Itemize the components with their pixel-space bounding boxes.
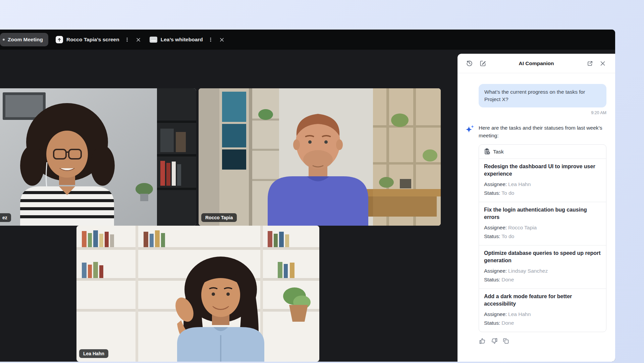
task-clipboard-icon — [484, 148, 490, 155]
tab-label: Rocco Tapia’s screen — [66, 37, 119, 43]
tab-rocco-screen[interactable]: Rocco Tapia’s screen — [56, 33, 142, 46]
video-feed — [0, 88, 196, 226]
tab-label: Zoom Meeting — [8, 37, 43, 43]
video-tile-participant1[interactable]: ez — [0, 88, 196, 226]
tab-close-icon[interactable] — [218, 36, 226, 43]
video-feed — [76, 226, 319, 362]
task-title: Fix the login authentication bug causing… — [484, 206, 601, 221]
tab-bar: Zoom Meeting Rocco Tapia’s screen — [0, 30, 615, 50]
assignee-label: Assignee: — [484, 225, 507, 230]
video-tile-lea[interactable]: Lea Hahn — [76, 226, 319, 362]
status-value: Done — [501, 277, 514, 282]
response-actions — [479, 337, 606, 345]
thumbs-up-icon[interactable] — [479, 337, 486, 345]
ai-companion-panel: AI Companion — [458, 54, 615, 362]
tab-lea-whiteboard[interactable]: Lea’s whiteboard — [150, 33, 226, 46]
task-card-title: Task — [493, 149, 504, 155]
assignee-value: Lea Hahn — [508, 311, 531, 317]
task-card: Task Redesign the dashboard UI to improv… — [479, 144, 606, 332]
tab-menu-icon[interactable] — [207, 36, 214, 43]
tab-menu-icon[interactable] — [123, 36, 131, 43]
copy-icon[interactable] — [502, 337, 509, 345]
assignee-value: Lindsay Sanchez — [508, 268, 548, 274]
screen: Zoom Meeting Rocco Tapia’s screen — [0, 0, 644, 363]
task-title: Optimize database queries to speed up re… — [484, 249, 601, 264]
video-tile-rocco[interactable]: Rocco Tapia — [199, 88, 441, 226]
status-label: Status: — [484, 190, 500, 196]
participant-name-label: Rocco Tapia — [201, 213, 237, 222]
chat-area: What’s the current progress on the tasks… — [458, 73, 615, 362]
video-feed — [199, 88, 441, 226]
ai-response-text: Here are the tasks and their statuses fr… — [479, 124, 606, 139]
zoom-meeting-window: Zoom Meeting Rocco Tapia’s screen — [0, 30, 615, 362]
screen-share-icon — [56, 36, 63, 43]
participant-name-label: ez — [0, 213, 11, 222]
assignee-label: Assignee: — [484, 311, 507, 317]
thumbs-down-icon[interactable] — [490, 337, 498, 345]
task-title: Redesign the dashboard UI to improve use… — [484, 163, 601, 178]
task-row: Fix the login authentication bug causing… — [479, 202, 606, 245]
assignee-value: Lea Hahn — [508, 181, 531, 187]
pop-out-icon[interactable] — [586, 60, 594, 67]
new-chat-icon[interactable] — [479, 60, 486, 67]
whiteboard-icon — [150, 37, 157, 43]
message-timestamp: 9:20 AM — [479, 110, 606, 115]
tab-close-icon[interactable] — [135, 36, 142, 43]
status-label: Status: — [484, 320, 500, 326]
participant-name-label: Lea Hahn — [79, 349, 108, 358]
status-value: To do — [501, 190, 514, 196]
status-value: Done — [501, 320, 514, 326]
task-title: Add a dark mode feature for better acces… — [484, 293, 601, 308]
task-card-header: Task — [479, 145, 606, 158]
history-icon[interactable] — [466, 60, 473, 67]
assignee-value: Rocco Tapia — [508, 225, 537, 230]
status-label: Status: — [484, 277, 500, 282]
close-icon[interactable] — [599, 60, 606, 67]
task-row: Optimize database queries to speed up re… — [479, 245, 606, 288]
task-row: Redesign the dashboard UI to improve use… — [479, 158, 606, 202]
user-question-bubble: What’s the current progress on the tasks… — [479, 84, 606, 107]
assignee-label: Assignee: — [484, 181, 507, 187]
assignee-label: Assignee: — [484, 268, 507, 274]
panel-header: AI Companion — [458, 54, 615, 73]
status-value: To do — [501, 233, 514, 239]
meeting-status-icon — [3, 39, 5, 41]
task-row: Add a dark mode feature for better acces… — [479, 288, 606, 332]
ai-companion-sparkle-icon — [465, 124, 475, 139]
tab-label: Lea’s whiteboard — [161, 37, 203, 43]
status-label: Status: — [484, 233, 500, 239]
tab-zoom-meeting[interactable]: Zoom Meeting — [0, 33, 48, 46]
